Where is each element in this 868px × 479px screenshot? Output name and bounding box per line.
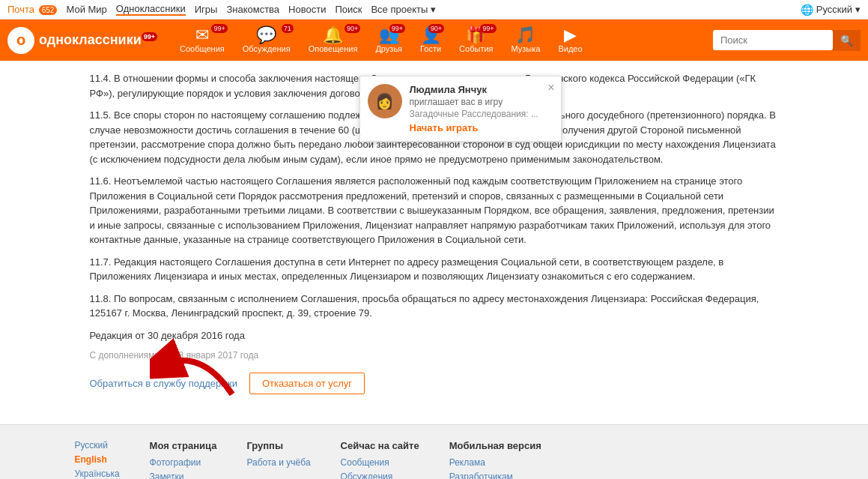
footer-ads[interactable]: Реклама <box>449 457 541 468</box>
footer-work-study[interactable]: Работа и учёба <box>246 457 310 468</box>
popup-game-name: Загадочные Расследования: ... <box>410 109 553 119</box>
messages-icon: ✉ <box>195 27 209 43</box>
nav-poisk[interactable]: Поиск <box>335 4 362 15</box>
cancel-button[interactable]: Отказаться от услуг <box>249 373 365 394</box>
guests-badge: 90+ <box>428 24 444 33</box>
main-header: о одноклассники99+ ✉ 99+ Сообщения 💬 71 … <box>0 19 868 61</box>
top-navigation: Почта 652 Мой Мир Одноклассники Игры Зна… <box>0 0 868 19</box>
content-wrapper: × 👩 Людмила Янчук приглашает вас в игру … <box>0 61 868 424</box>
main-content: × 👩 Людмила Янчук приглашает вас в игру … <box>75 61 794 424</box>
nav-events[interactable]: 🎁 99+ События <box>452 24 500 56</box>
footer-discussions[interactable]: Обсуждения <box>341 472 419 479</box>
friends-badge: 99+ <box>389 24 405 33</box>
nav-messages[interactable]: ✉ 99+ Сообщения <box>172 24 232 56</box>
nav-znakomstva[interactable]: Знакомства <box>226 4 279 15</box>
notifications-icon: 🔔 <box>323 27 343 43</box>
footer-inner: Русский English Українська Қазақ тілі Հա… <box>75 440 794 479</box>
language-selector[interactable]: 🌐 Русский ▾ <box>801 4 861 16</box>
nav-guests[interactable]: 👤 90+ Гости <box>413 24 449 56</box>
notifications-badge: 90+ <box>345 24 360 33</box>
video-icon: ▶ <box>564 27 577 43</box>
section-11-7: 11.7. Редакция настоящего Соглашения дос… <box>90 255 779 284</box>
nav-friends[interactable]: 👥 99+ Друзья <box>368 24 410 56</box>
nav-notifications[interactable]: 🔔 90+ Оповещения <box>301 24 365 56</box>
footer-notes[interactable]: Заметки <box>150 472 217 479</box>
footer-my-page: Моя страница Фотографии Заметки Праздник… <box>150 440 217 479</box>
messages-badge: 99+ <box>211 24 227 33</box>
logo-area[interactable]: о одноклассники99+ <box>7 27 157 54</box>
action-row: Обратиться в службу поддержки Отказаться… <box>90 373 779 394</box>
lang-ukrainian[interactable]: Українська <box>75 469 120 479</box>
globe-icon: 🌐 <box>801 4 813 16</box>
lang-russian[interactable]: Русский <box>75 440 120 451</box>
footer-developers[interactable]: Разработчикам <box>449 472 541 479</box>
footer-now-on-site: Сейчас на сайте Сообщения Обсуждения Опо… <box>341 440 419 479</box>
popup-avatar: 👩 <box>368 84 402 118</box>
nav-pochta[interactable]: Почта 652 <box>7 4 57 15</box>
section-11-6: 11.6. Неотъемлемой частью настоящего Сог… <box>90 174 779 247</box>
music-icon: 🎵 <box>515 27 535 43</box>
pochta-label: Почта <box>7 4 34 15</box>
footer-misc: Мобильная версия Реклама Разработчикам Р… <box>449 440 541 479</box>
header-search: 🔍 <box>713 30 861 51</box>
footer: Русский English Українська Қазақ тілі Հա… <box>0 424 868 479</box>
footer-groups-title: Группы <box>246 440 310 451</box>
red-arrow <box>150 334 247 402</box>
footer-photos[interactable]: Фотографии <box>150 457 217 468</box>
footer-my-page-title: Моя страница <box>150 440 217 451</box>
nav-discussions[interactable]: 💬 71 Обсуждения <box>235 24 298 56</box>
discussions-icon: 💬 <box>256 27 276 43</box>
section-11-8: 11.8. По вопросам, связанным с исполнени… <box>90 292 779 321</box>
header-nav-icons: ✉ 99+ Сообщения 💬 71 Обсуждения 🔔 90+ Оп… <box>172 24 713 56</box>
pochta-badge: 652 <box>39 5 58 15</box>
discussions-badge: 71 <box>282 24 294 33</box>
popup-close-button[interactable]: × <box>547 81 554 94</box>
footer-languages: Русский English Українська Қазақ тілі Հա… <box>75 440 120 479</box>
events-badge: 99+ <box>480 24 496 33</box>
nav-igry[interactable]: Игры <box>195 4 218 15</box>
popup-play-link[interactable]: Начать играть <box>410 122 553 133</box>
nav-novosti[interactable]: Новости <box>288 4 326 15</box>
search-button[interactable]: 🔍 <box>833 30 861 51</box>
logo-badge: 99+ <box>142 32 157 41</box>
lang-english[interactable]: English <box>75 454 120 465</box>
logo-text: одноклассники99+ <box>39 32 157 48</box>
footer-groups: Группы Работа и учёба Мои игры Развлечен… <box>246 440 310 479</box>
popup-subtitle: приглашает вас в игру <box>410 97 553 107</box>
nav-odnoklassniki[interactable]: Одноклассники <box>116 3 186 16</box>
footer-mobile-title: Мобильная версия <box>449 440 541 451</box>
logo-icon: о <box>7 27 34 54</box>
footer-now-title: Сейчас на сайте <box>341 440 419 451</box>
footer-messages[interactable]: Сообщения <box>341 457 419 468</box>
popup-user-name: Людмила Янчук <box>410 84 553 95</box>
popup-notification: × 👩 Людмила Янчук приглашает вас в игру … <box>359 76 562 142</box>
nav-vse-proekty[interactable]: Все проекты ▾ <box>371 4 436 15</box>
popup-content: Людмила Янчук приглашает вас в игру Зага… <box>410 84 553 133</box>
nav-moy-mir[interactable]: Мой Мир <box>66 4 106 15</box>
search-input[interactable] <box>713 30 833 50</box>
lang-label: Русский <box>816 4 852 15</box>
nav-music[interactable]: 🎵 Музыка <box>504 24 548 56</box>
nav-video[interactable]: ▶ Видео <box>550 24 589 56</box>
